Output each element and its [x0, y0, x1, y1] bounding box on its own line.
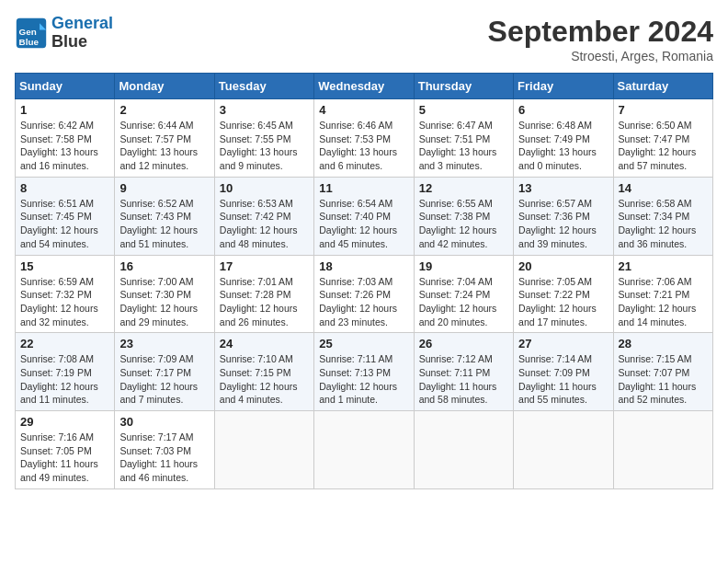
day-number: 10 — [220, 181, 309, 195]
day-number: 20 — [518, 259, 608, 273]
calendar-day-23: 23Sunrise: 7:09 AMSunset: 7:17 PMDayligh… — [115, 333, 214, 411]
day-number: 22 — [20, 337, 109, 350]
day-number: 8 — [20, 181, 109, 195]
calendar-day-19: 19Sunrise: 7:04 AMSunset: 7:24 PMDayligh… — [414, 255, 513, 333]
day-detail: Sunrise: 7:09 AMSunset: 7:17 PMDaylight:… — [119, 352, 209, 407]
calendar-day-13: 13Sunrise: 6:57 AMSunset: 7:36 PMDayligh… — [514, 177, 613, 255]
day-detail: Sunrise: 6:42 AMSunset: 7:58 PMDaylight:… — [20, 119, 109, 173]
day-number: 29 — [20, 415, 109, 429]
day-number: 11 — [319, 181, 408, 195]
calendar-day-3: 3Sunrise: 6:45 AMSunset: 7:55 PMDaylight… — [214, 99, 313, 178]
day-detail: Sunrise: 6:57 AMSunset: 7:36 PMDaylight:… — [518, 197, 608, 251]
calendar-day-21: 21Sunrise: 7:06 AMSunset: 7:21 PMDayligh… — [613, 255, 712, 333]
day-number: 6 — [518, 103, 608, 117]
day-detail: Sunrise: 7:14 AMSunset: 7:09 PMDaylight:… — [518, 352, 608, 407]
weekday-header-tuesday: Tuesday — [214, 74, 313, 99]
day-detail: Sunrise: 7:08 AMSunset: 7:19 PMDaylight:… — [20, 352, 109, 407]
weekday-header-friday: Friday — [514, 74, 613, 99]
location-subtitle: Stroesti, Arges, Romania — [488, 49, 713, 63]
calendar-day-26: 26Sunrise: 7:12 AMSunset: 7:11 PMDayligh… — [414, 333, 513, 411]
weekday-header-wednesday: Wednesday — [314, 74, 414, 99]
svg-text:Gen: Gen — [19, 27, 37, 37]
day-detail: Sunrise: 7:12 AMSunset: 7:11 PMDaylight:… — [419, 352, 508, 407]
day-detail: Sunrise: 6:54 AMSunset: 7:40 PMDaylight:… — [319, 197, 408, 251]
month-title: September 2024 — [488, 15, 713, 49]
calendar-day-5: 5Sunrise: 6:47 AMSunset: 7:51 PMDaylight… — [414, 99, 513, 178]
day-detail: Sunrise: 7:00 AMSunset: 7:30 PMDaylight:… — [119, 275, 209, 329]
calendar-day-28: 28Sunrise: 7:15 AMSunset: 7:07 PMDayligh… — [613, 333, 712, 411]
day-detail: Sunrise: 7:04 AMSunset: 7:24 PMDaylight:… — [419, 275, 508, 329]
empty-cell — [414, 411, 513, 489]
calendar-day-2: 2Sunrise: 6:44 AMSunset: 7:57 PMDaylight… — [115, 99, 214, 178]
calendar-day-11: 11Sunrise: 6:54 AMSunset: 7:40 PMDayligh… — [314, 177, 414, 255]
empty-cell — [314, 411, 414, 489]
day-number: 17 — [220, 259, 309, 273]
calendar-week-5: 29Sunrise: 7:16 AMSunset: 7:05 PMDayligh… — [16, 411, 713, 489]
calendar-day-30: 30Sunrise: 7:17 AMSunset: 7:03 PMDayligh… — [115, 411, 214, 489]
day-number: 1 — [20, 103, 109, 117]
day-number: 15 — [20, 259, 109, 273]
day-detail: Sunrise: 6:44 AMSunset: 7:57 PMDaylight:… — [119, 119, 209, 173]
day-detail: Sunrise: 6:58 AMSunset: 7:34 PMDaylight:… — [619, 197, 708, 251]
calendar-day-15: 15Sunrise: 6:59 AMSunset: 7:32 PMDayligh… — [16, 255, 115, 333]
day-number: 14 — [619, 181, 708, 195]
day-number: 24 — [220, 337, 309, 350]
calendar-day-10: 10Sunrise: 6:53 AMSunset: 7:42 PMDayligh… — [214, 177, 313, 255]
day-number: 21 — [619, 259, 708, 273]
calendar-week-4: 22Sunrise: 7:08 AMSunset: 7:19 PMDayligh… — [16, 333, 713, 411]
empty-cell — [214, 411, 313, 489]
empty-cell — [514, 411, 613, 489]
calendar-day-16: 16Sunrise: 7:00 AMSunset: 7:30 PMDayligh… — [115, 255, 214, 333]
calendar-day-24: 24Sunrise: 7:10 AMSunset: 7:15 PMDayligh… — [214, 333, 313, 411]
calendar-day-8: 8Sunrise: 6:51 AMSunset: 7:45 PMDaylight… — [16, 177, 115, 255]
day-detail: Sunrise: 6:52 AMSunset: 7:43 PMDaylight:… — [119, 197, 209, 251]
empty-cell — [613, 411, 712, 489]
weekday-header-thursday: Thursday — [414, 74, 513, 99]
day-detail: Sunrise: 6:45 AMSunset: 7:55 PMDaylight:… — [220, 119, 309, 173]
day-detail: Sunrise: 6:47 AMSunset: 7:51 PMDaylight:… — [419, 119, 508, 173]
day-number: 5 — [419, 103, 508, 117]
calendar-day-27: 27Sunrise: 7:14 AMSunset: 7:09 PMDayligh… — [514, 333, 613, 411]
day-number: 27 — [518, 337, 608, 350]
logo-text: General Blue — [51, 15, 113, 52]
weekday-header-monday: Monday — [115, 74, 214, 99]
calendar-day-25: 25Sunrise: 7:11 AMSunset: 7:13 PMDayligh… — [314, 333, 414, 411]
day-detail: Sunrise: 6:51 AMSunset: 7:45 PMDaylight:… — [20, 197, 109, 251]
logo-icon: Gen Blue — [15, 17, 48, 50]
calendar-week-2: 8Sunrise: 6:51 AMSunset: 7:45 PMDaylight… — [16, 177, 713, 255]
day-number: 7 — [619, 103, 708, 117]
calendar-day-22: 22Sunrise: 7:08 AMSunset: 7:19 PMDayligh… — [16, 333, 115, 411]
day-detail: Sunrise: 7:01 AMSunset: 7:28 PMDaylight:… — [220, 275, 309, 329]
day-number: 9 — [119, 181, 209, 195]
day-number: 3 — [220, 103, 309, 117]
calendar-week-1: 1Sunrise: 6:42 AMSunset: 7:58 PMDaylight… — [16, 99, 713, 178]
day-number: 19 — [419, 259, 508, 273]
day-detail: Sunrise: 6:48 AMSunset: 7:49 PMDaylight:… — [518, 119, 608, 173]
day-detail: Sunrise: 7:17 AMSunset: 7:03 PMDaylight:… — [119, 431, 209, 485]
day-detail: Sunrise: 6:50 AMSunset: 7:47 PMDaylight:… — [619, 119, 708, 173]
calendar-day-7: 7Sunrise: 6:50 AMSunset: 7:47 PMDaylight… — [613, 99, 712, 178]
calendar-day-18: 18Sunrise: 7:03 AMSunset: 7:26 PMDayligh… — [314, 255, 414, 333]
calendar-day-9: 9Sunrise: 6:52 AMSunset: 7:43 PMDaylight… — [115, 177, 214, 255]
day-number: 12 — [419, 181, 508, 195]
day-number: 23 — [119, 337, 209, 350]
day-number: 2 — [119, 103, 209, 117]
calendar-header-row: SundayMondayTuesdayWednesdayThursdayFrid… — [16, 74, 713, 99]
day-number: 30 — [119, 415, 209, 429]
day-detail: Sunrise: 6:46 AMSunset: 7:53 PMDaylight:… — [319, 119, 408, 173]
day-detail: Sunrise: 7:11 AMSunset: 7:13 PMDaylight:… — [319, 352, 408, 407]
day-number: 4 — [319, 103, 408, 117]
logo: Gen Blue General Blue — [15, 15, 113, 52]
day-number: 13 — [518, 181, 608, 195]
calendar-day-1: 1Sunrise: 6:42 AMSunset: 7:58 PMDaylight… — [16, 99, 115, 178]
calendar-day-20: 20Sunrise: 7:05 AMSunset: 7:22 PMDayligh… — [514, 255, 613, 333]
day-number: 16 — [119, 259, 209, 273]
day-number: 18 — [319, 259, 408, 273]
day-detail: Sunrise: 7:15 AMSunset: 7:07 PMDaylight:… — [619, 352, 708, 407]
calendar-day-17: 17Sunrise: 7:01 AMSunset: 7:28 PMDayligh… — [214, 255, 313, 333]
calendar-table: SundayMondayTuesdayWednesdayThursdayFrid… — [15, 73, 713, 489]
day-detail: Sunrise: 7:06 AMSunset: 7:21 PMDaylight:… — [619, 275, 708, 329]
day-detail: Sunrise: 6:55 AMSunset: 7:38 PMDaylight:… — [419, 197, 508, 251]
day-detail: Sunrise: 6:53 AMSunset: 7:42 PMDaylight:… — [220, 197, 309, 251]
day-number: 26 — [419, 337, 508, 350]
